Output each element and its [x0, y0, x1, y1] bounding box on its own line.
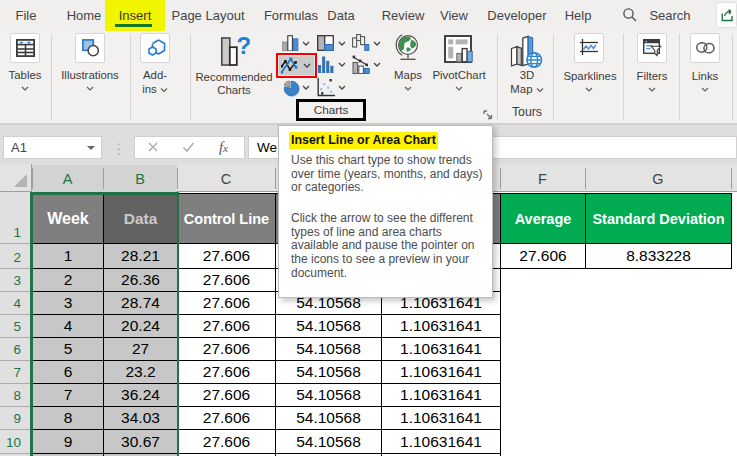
- svg-text:?: ?: [237, 36, 251, 59]
